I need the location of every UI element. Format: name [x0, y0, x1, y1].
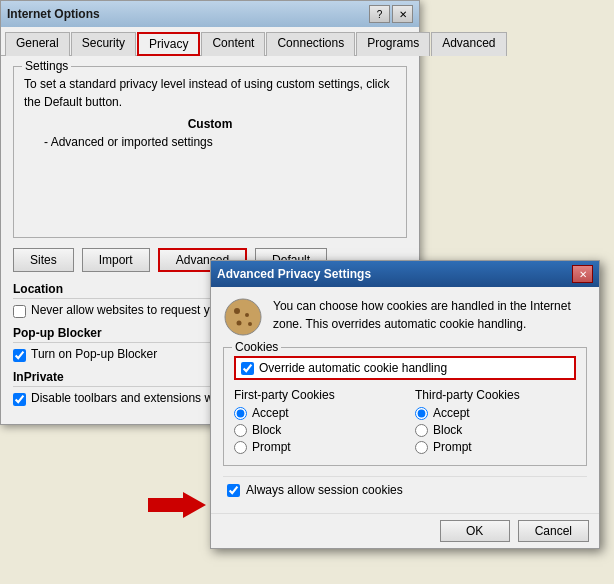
- settings-label: Settings: [22, 59, 71, 73]
- tab-privacy[interactable]: Privacy: [137, 32, 200, 56]
- location-checkbox[interactable]: [13, 305, 26, 318]
- first-party-block-label: Block: [252, 423, 281, 437]
- first-party-prompt-radio[interactable]: [234, 441, 247, 454]
- third-party-col: Third-party Cookies Accept Block Prompt: [415, 388, 576, 457]
- first-party-col: First-party Cookies Accept Block Prompt: [234, 388, 395, 457]
- advanced-privacy-dialog: Advanced Privacy Settings ✕ You can choo…: [210, 260, 600, 549]
- cookies-group: Cookies Override automatic cookie handli…: [223, 347, 587, 466]
- svg-point-2: [234, 308, 240, 314]
- cancel-button[interactable]: Cancel: [518, 520, 589, 542]
- first-party-prompt-label: Prompt: [252, 440, 291, 454]
- settings-description: To set a standard privacy level instead …: [24, 75, 396, 111]
- svg-point-4: [237, 321, 242, 326]
- settings-group: Settings To set a standard privacy level…: [13, 66, 407, 238]
- internet-options-title: Internet Options: [7, 7, 100, 21]
- session-cookies-row: Always allow session cookies: [223, 476, 587, 503]
- svg-point-5: [248, 322, 252, 326]
- third-party-title: Third-party Cookies: [415, 388, 576, 402]
- dialog-top: You can choose how cookies are handled i…: [223, 297, 587, 337]
- dialog-close-button[interactable]: ✕: [572, 265, 593, 283]
- svg-point-1: [225, 299, 261, 335]
- cookies-label: Cookies: [232, 340, 281, 354]
- third-party-accept-label: Accept: [433, 406, 470, 420]
- first-party-accept-row: Accept: [234, 406, 395, 420]
- third-party-prompt-label: Prompt: [433, 440, 472, 454]
- internet-options-title-bar: Internet Options ? ✕: [1, 1, 419, 27]
- override-label: Override automatic cookie handling: [259, 361, 447, 375]
- first-party-block-radio[interactable]: [234, 424, 247, 437]
- custom-label: Custom: [24, 117, 396, 131]
- cookie-icon: [223, 297, 263, 337]
- tab-security[interactable]: Security: [71, 32, 136, 56]
- sites-button[interactable]: Sites: [13, 248, 74, 272]
- third-party-prompt-row: Prompt: [415, 440, 576, 454]
- tab-bar: General Security Privacy Content Connect…: [1, 27, 419, 56]
- svg-marker-0: [148, 492, 206, 518]
- tab-general[interactable]: General: [5, 32, 70, 56]
- session-cookies-label: Always allow session cookies: [246, 483, 403, 497]
- third-party-block-radio[interactable]: [415, 424, 428, 437]
- title-bar-buttons: ? ✕: [369, 5, 413, 23]
- first-party-prompt-row: Prompt: [234, 440, 395, 454]
- third-party-accept-radio[interactable]: [415, 407, 428, 420]
- first-party-block-row: Block: [234, 423, 395, 437]
- import-button[interactable]: Import: [82, 248, 150, 272]
- help-button[interactable]: ?: [369, 5, 390, 23]
- dialog-title-bar: Advanced Privacy Settings ✕: [211, 261, 599, 287]
- override-checkbox[interactable]: [241, 362, 254, 375]
- tab-advanced[interactable]: Advanced: [431, 32, 506, 56]
- third-party-accept-row: Accept: [415, 406, 576, 420]
- dialog-body: You can choose how cookies are handled i…: [211, 287, 599, 513]
- svg-point-3: [245, 313, 249, 317]
- arrow-indicator: [148, 490, 208, 520]
- dialog-title-bar-buttons: ✕: [572, 265, 593, 283]
- slider-area: [24, 149, 396, 229]
- tab-connections[interactable]: Connections: [266, 32, 355, 56]
- dialog-description: You can choose how cookies are handled i…: [273, 297, 587, 337]
- third-party-block-row: Block: [415, 423, 576, 437]
- third-party-prompt-radio[interactable]: [415, 441, 428, 454]
- close-button[interactable]: ✕: [392, 5, 413, 23]
- popup-blocker-checkbox[interactable]: [13, 349, 26, 362]
- tab-content[interactable]: Content: [201, 32, 265, 56]
- popup-blocker-label: Turn on Pop-up Blocker: [31, 347, 157, 361]
- ok-button[interactable]: OK: [440, 520, 510, 542]
- tab-programs[interactable]: Programs: [356, 32, 430, 56]
- dialog-footer: OK Cancel: [211, 513, 599, 548]
- inprivate-label: Disable toolbars and extensions whe...: [31, 391, 236, 405]
- inprivate-checkbox[interactable]: [13, 393, 26, 406]
- first-party-accept-radio[interactable]: [234, 407, 247, 420]
- cookies-columns: First-party Cookies Accept Block Prompt: [234, 388, 576, 457]
- third-party-block-label: Block: [433, 423, 462, 437]
- session-cookies-checkbox[interactable]: [227, 484, 240, 497]
- custom-sub: - Advanced or imported settings: [44, 135, 396, 149]
- first-party-title: First-party Cookies: [234, 388, 395, 402]
- first-party-accept-label: Accept: [252, 406, 289, 420]
- dialog-title: Advanced Privacy Settings: [217, 267, 371, 281]
- override-row: Override automatic cookie handling: [234, 356, 576, 380]
